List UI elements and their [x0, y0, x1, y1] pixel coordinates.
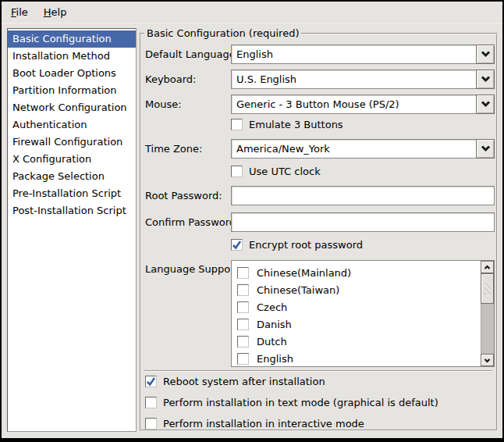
- emulate-3-buttons-checkbox[interactable]: Emulate 3 Buttons: [231, 117, 343, 131]
- checkbox-box[interactable]: [237, 267, 249, 279]
- chevron-down-icon: [481, 76, 491, 83]
- mouse-combo[interactable]: Generic - 3 Button Mouse (PS/2): [231, 94, 495, 114]
- default-language-label: Default Language:: [145, 45, 239, 64]
- reboot-after-installation-checkbox[interactable]: Reboot system after installation: [145, 375, 325, 387]
- sidebar-item-installation-method[interactable]: Installation Method: [8, 48, 136, 65]
- time-zone-combo[interactable]: America/New_York: [231, 139, 495, 159]
- menu-help-mnemonic: H: [44, 6, 51, 18]
- default-language-value[interactable]: English: [231, 45, 476, 64]
- checkbox-box[interactable]: [231, 239, 243, 251]
- keyboard-dropdown-button[interactable]: [476, 70, 495, 89]
- language-option-label: Dutch: [257, 336, 287, 348]
- interactive-mode-installation-label: Perform installation in interactive mode: [163, 418, 364, 430]
- language-option-label: Czech: [257, 301, 287, 313]
- scrollbar-trough[interactable]: [481, 304, 494, 354]
- menu-file[interactable]: File: [3, 2, 36, 22]
- keyboard-combo[interactable]: U.S. English: [231, 70, 495, 89]
- language-option-dutch[interactable]: Dutch: [237, 333, 481, 350]
- chevron-up-icon: [484, 265, 491, 270]
- sidebar-item-authentication[interactable]: Authentication: [8, 116, 136, 134]
- language-option-chinese-taiwan[interactable]: Chinese(Taiwan): [237, 281, 481, 298]
- checkbox-box[interactable]: [231, 166, 243, 177]
- chevron-down-icon: [481, 145, 491, 152]
- use-utc-clock-label: Use UTC clock: [249, 166, 321, 177]
- emulate-3-buttons-label: Emulate 3 Buttons: [249, 119, 343, 130]
- checkbox-box[interactable]: [237, 319, 249, 330]
- language-option-label: Chinese(Taiwan): [257, 284, 339, 296]
- language-option-label: Danish: [257, 319, 292, 330]
- checkbox-box[interactable]: [237, 301, 249, 313]
- text-mode-installation-label: Perform installation in text mode (graph…: [163, 397, 438, 408]
- scroll-down-button[interactable]: [481, 354, 494, 366]
- checkbox-box[interactable]: [145, 376, 157, 387]
- encrypt-root-password-checkbox[interactable]: Encrypt root password: [231, 237, 363, 251]
- time-zone-label: Time Zone:: [145, 139, 202, 159]
- language-option-label: English: [257, 353, 293, 365]
- sidebar-item-partition-information[interactable]: Partition Information: [8, 82, 136, 99]
- confirm-password-field[interactable]: [231, 212, 495, 232]
- sidebar-item-basic-configuration[interactable]: Basic Configuration: [8, 30, 136, 48]
- keyboard-value[interactable]: U.S. English: [231, 70, 476, 89]
- scroll-up-button[interactable]: [481, 261, 494, 273]
- menu-help[interactable]: Help: [36, 2, 75, 22]
- language-options: Chinese(Mainland) Chinese(Taiwan) Czech …: [232, 261, 481, 366]
- encrypt-root-password-label: Encrypt root password: [249, 239, 363, 251]
- interactive-mode-installation-checkbox[interactable]: Perform installation in interactive mode: [145, 417, 364, 430]
- basic-configuration-frame: Basic Configuration (required) Default L…: [140, 33, 498, 431]
- horizontal-separator: [144, 370, 492, 372]
- chevron-down-icon: [484, 358, 491, 363]
- keyboard-label: Keyboard:: [145, 70, 197, 89]
- chevron-down-icon: [481, 51, 491, 58]
- sidebar-item-x-configuration[interactable]: X Configuration: [8, 151, 136, 168]
- chevron-down-icon: [481, 101, 491, 108]
- language-option-danish[interactable]: Danish: [237, 315, 481, 333]
- text-mode-installation-checkbox[interactable]: Perform installation in text mode (graph…: [145, 396, 438, 408]
- language-support-list: Chinese(Mainland) Chinese(Taiwan) Czech …: [231, 260, 495, 367]
- sidebar-item-boot-loader-options[interactable]: Boot Loader Options: [8, 65, 136, 82]
- language-option-chinese-mainland[interactable]: Chinese(Mainland): [237, 264, 481, 281]
- checkbox-box[interactable]: [145, 397, 157, 408]
- section-list: Basic Configuration Installation Method …: [7, 28, 137, 432]
- language-option-czech[interactable]: Czech: [237, 298, 481, 315]
- sidebar-item-package-selection[interactable]: Package Selection: [8, 168, 136, 185]
- confirm-password-label: Confirm Password:: [145, 212, 239, 232]
- frame-legend: Basic Configuration (required): [144, 27, 301, 39]
- sidebar-item-network-configuration[interactable]: Network Configuration: [8, 99, 136, 116]
- scrollbar-thumb[interactable]: [481, 273, 494, 304]
- language-option-label: Chinese(Mainland): [257, 267, 351, 279]
- sidebar-item-firewall-configuration[interactable]: Firewall Configuration: [8, 134, 136, 151]
- checkbox-box[interactable]: [231, 119, 243, 130]
- language-list-scrollbar[interactable]: [481, 261, 494, 366]
- default-language-dropdown-button[interactable]: [476, 45, 495, 64]
- sidebar-item-pre-installation-script[interactable]: Pre-Installation Script: [8, 185, 136, 202]
- language-support-label: Language Support:: [145, 260, 242, 277]
- mouse-value[interactable]: Generic - 3 Button Mouse (PS/2): [231, 94, 476, 114]
- root-password-label: Root Password:: [145, 186, 222, 205]
- kickstart-configurator-window: File Help Basic Configuration Installati…: [2, 2, 502, 438]
- checkbox-box[interactable]: [145, 418, 157, 430]
- menu-help-label: elp: [51, 6, 67, 18]
- sidebar-item-post-installation-script[interactable]: Post-Installation Script: [8, 202, 136, 219]
- time-zone-dropdown-button[interactable]: [476, 139, 495, 159]
- menu-file-label: ile: [16, 6, 28, 18]
- mouse-dropdown-button[interactable]: [476, 94, 495, 114]
- checkbox-box[interactable]: [237, 284, 249, 296]
- root-password-field[interactable]: [231, 186, 495, 205]
- menubar: File Help: [2, 2, 502, 23]
- language-option-english[interactable]: English: [237, 350, 481, 366]
- checkbox-box[interactable]: [237, 353, 249, 365]
- use-utc-clock-checkbox[interactable]: Use UTC clock: [231, 164, 321, 178]
- time-zone-value[interactable]: America/New_York: [231, 139, 476, 159]
- mouse-label: Mouse:: [145, 94, 182, 114]
- reboot-after-installation-label: Reboot system after installation: [163, 376, 325, 387]
- default-language-combo[interactable]: English: [231, 45, 495, 64]
- checkbox-box[interactable]: [237, 336, 249, 348]
